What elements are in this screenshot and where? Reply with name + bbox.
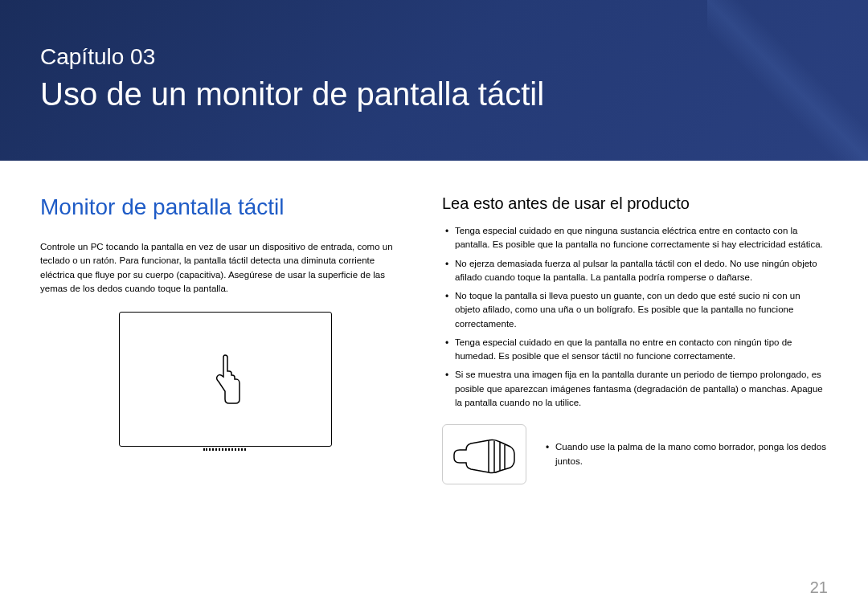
warnings-list: Tenga especial cuidado en que ninguna su… bbox=[442, 224, 828, 410]
palm-text: Cuando use la palma de la mano como borr… bbox=[542, 440, 828, 468]
warning-item: Tenga especial cuidado en que la pantall… bbox=[442, 336, 828, 364]
pointing-hand-icon bbox=[207, 351, 244, 407]
warning-item: Tenga especial cuidado en que ninguna su… bbox=[442, 224, 828, 252]
warning-item: No ejerza demasiada fuerza al pulsar la … bbox=[442, 257, 828, 285]
warning-item: No toque la pantalla si lleva puesto un … bbox=[442, 289, 828, 331]
chapter-title: Uso de un monitor de pantalla táctil bbox=[40, 76, 828, 112]
palm-hand-icon bbox=[450, 432, 518, 476]
chapter-header-banner: Capítulo 03 Uso de un monitor de pantall… bbox=[0, 0, 868, 161]
chapter-label: Capítulo 03 bbox=[40, 44, 828, 70]
monitor-description: Controle un PC tocando la pantalla en ve… bbox=[40, 240, 410, 296]
page-content: Monitor de pantalla táctil Controle un P… bbox=[0, 161, 868, 484]
section-title-monitor: Monitor de pantalla táctil bbox=[40, 194, 410, 220]
palm-section: Cuando use la palma de la mano como borr… bbox=[442, 424, 828, 484]
palm-instruction: Cuando use la palma de la mano como borr… bbox=[542, 440, 828, 468]
right-column: Lea esto antes de usar el producto Tenga… bbox=[442, 194, 828, 484]
section-title-warnings: Lea esto antes de usar el producto bbox=[442, 194, 828, 213]
warning-item: Si se muestra una imagen fija en la pant… bbox=[442, 368, 828, 410]
palm-illustration-box bbox=[442, 424, 526, 484]
left-column: Monitor de pantalla táctil Controle un P… bbox=[40, 194, 410, 484]
page-number: 21 bbox=[810, 578, 828, 597]
monitor-illustration bbox=[119, 312, 332, 447]
